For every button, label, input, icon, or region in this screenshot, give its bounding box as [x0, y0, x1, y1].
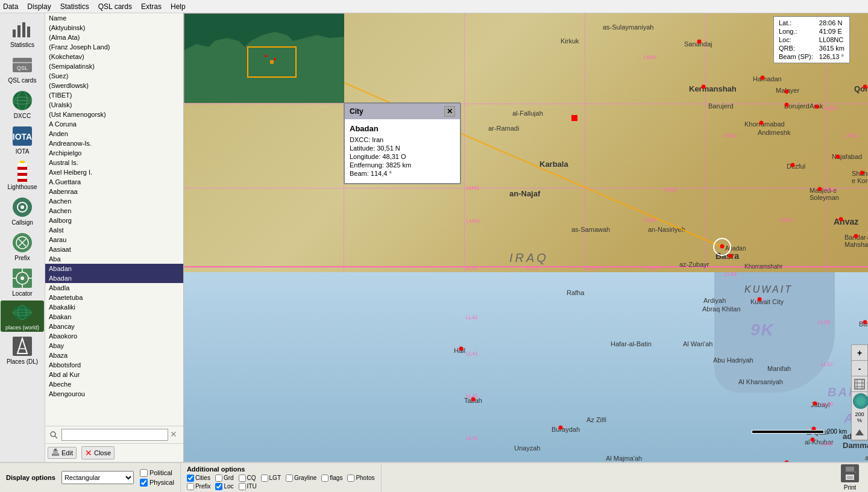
physical-checkbox-label[interactable]: Physical — [140, 479, 174, 487]
flags-checkbox-label[interactable]: flags — [321, 475, 342, 482]
list-item[interactable]: (Uralsk) — [45, 100, 183, 110]
list-item[interactable]: (TIBET) — [45, 90, 183, 100]
sidebar-item-statistics[interactable]: Statistics — [2, 16, 43, 51]
list-item[interactable]: Abeche — [45, 379, 183, 389]
list-item[interactable]: (Alma Ata) — [45, 33, 183, 42]
city-dot-almubarraz[interactable] — [785, 461, 789, 462]
city-dot-borujerd[interactable] — [785, 103, 789, 107]
city-dot-basra[interactable] — [729, 254, 733, 258]
city-dot-hamadan[interactable] — [761, 76, 765, 80]
list-item[interactable]: Archipielgo — [45, 148, 183, 158]
list-item[interactable]: Abay — [45, 341, 183, 350]
city-dot-najafabad[interactable] — [836, 155, 840, 159]
city-dot-buraydah[interactable] — [559, 426, 563, 430]
loc-checkbox-label[interactable]: Loc — [215, 483, 233, 490]
city-dot-arak[interactable] — [815, 105, 819, 109]
city-list[interactable]: Name(Aktyubinsk)(Alma Ata)(Franz Joseph … — [45, 13, 183, 426]
city-dot-kermanshah[interactable] — [702, 85, 706, 89]
cities-checkbox-label[interactable]: Cities — [187, 475, 210, 482]
list-item[interactable]: Abengourou — [45, 389, 183, 399]
flags-checkbox[interactable] — [321, 475, 329, 482]
list-item[interactable]: (Semipalatinsk) — [45, 61, 183, 71]
sidebar-item-callsign[interactable]: Callsign — [2, 194, 43, 228]
print-button[interactable]: Print — [832, 463, 868, 492]
list-item[interactable]: Abbotsford — [45, 360, 183, 370]
cities-checkbox[interactable] — [187, 475, 194, 482]
zoom-expand-button[interactable] — [852, 376, 867, 392]
prefix-checkbox[interactable] — [187, 483, 194, 490]
list-item[interactable]: A.Guettara — [45, 177, 183, 187]
list-item[interactable]: Abakan — [45, 312, 183, 322]
close-button[interactable]: ✕ Close — [81, 446, 115, 459]
city-dot-tabah[interactable] — [471, 397, 476, 402]
city-dot-kuwait[interactable] — [758, 297, 762, 302]
menu-statistics[interactable]: Statistics — [60, 2, 89, 11]
grd-checkbox-label[interactable]: Grd — [215, 475, 234, 482]
list-item[interactable]: Name — [45, 13, 183, 23]
city-dot-malayer[interactable] — [785, 90, 789, 94]
city-dot-shahrekord[interactable] — [860, 171, 864, 175]
list-item[interactable]: (Aktyubinsk) — [45, 23, 183, 33]
political-checkbox[interactable] — [140, 469, 148, 477]
list-item[interactable]: Austral Is. — [45, 158, 183, 167]
menu-display[interactable]: Display — [27, 2, 51, 11]
grayline-checkbox[interactable] — [286, 475, 293, 482]
city-dot-ahvaz[interactable] — [839, 217, 843, 222]
photos-checkbox[interactable] — [347, 475, 354, 482]
search-input[interactable] — [61, 429, 168, 441]
cq-checkbox-label[interactable]: CQ — [239, 475, 256, 482]
list-item[interactable]: Abadla — [45, 283, 183, 293]
list-item[interactable]: (Suez) — [45, 71, 183, 81]
sidebar-item-locator[interactable]: Locator — [2, 265, 43, 299]
zoom-in-button[interactable]: + — [852, 345, 867, 361]
list-item[interactable]: Abd al Kur — [45, 370, 183, 379]
list-item[interactable]: Abaetetuba — [45, 293, 183, 302]
projection-select[interactable]: Rectangular Mercator Peters Polar — [61, 471, 134, 484]
list-item[interactable]: Aachen — [45, 206, 183, 216]
edit-button[interactable]: Edit — [48, 447, 77, 459]
menu-help[interactable]: Help — [171, 2, 186, 11]
list-item[interactable]: Aasiaat — [45, 244, 183, 254]
menu-extras[interactable]: Extras — [141, 2, 162, 11]
physical-checkbox[interactable] — [140, 479, 148, 487]
list-item[interactable]: (Kokchetav) — [45, 52, 183, 61]
zoom-globe-button[interactable] — [853, 393, 868, 409]
list-item[interactable]: Abaza — [45, 350, 183, 360]
list-item[interactable]: Andreanow-Is. — [45, 139, 183, 148]
city-dot-sanandaj[interactable] — [697, 40, 702, 44]
list-item[interactable]: Abadan — [45, 273, 183, 283]
grayline-checkbox-label[interactable]: Grayline — [286, 475, 316, 482]
itu-checkbox-label[interactable]: ITU — [239, 483, 257, 490]
list-item[interactable]: Aarau — [45, 235, 183, 244]
city-dot-masjed[interactable] — [818, 187, 822, 192]
sidebar-item-lighthouse[interactable]: Lighthouse — [2, 158, 43, 193]
list-item[interactable]: A Coruna — [45, 119, 183, 129]
zoom-out-button[interactable]: - — [852, 361, 867, 376]
city-dot-bandar[interactable] — [854, 234, 858, 238]
list-item[interactable]: Abadan — [45, 264, 183, 273]
cq-checkbox[interactable] — [239, 475, 246, 482]
political-checkbox-label[interactable]: Political — [140, 469, 174, 477]
list-item[interactable]: (Ust Kamenogorsk) — [45, 110, 183, 119]
grd-checkbox[interactable] — [215, 475, 222, 482]
city-dot-alkhubar[interactable] — [811, 438, 815, 442]
city-dot-khorramabad[interactable] — [760, 121, 764, 125]
lgt-checkbox[interactable] — [261, 475, 268, 482]
lgt-checkbox-label[interactable]: LGT — [261, 475, 281, 482]
list-item[interactable]: Anden — [45, 129, 183, 139]
sidebar-item-places-world[interactable]: places (world) — [1, 300, 44, 332]
city-dot-dezful[interactable] — [791, 163, 795, 167]
list-item[interactable]: Abaokoro — [45, 331, 183, 341]
search-icon[interactable] — [48, 429, 60, 441]
sidebar-item-dxcc[interactable]: DXCC — [2, 87, 43, 122]
list-item[interactable]: Aabenraa — [45, 187, 183, 196]
sidebar-item-places-dl[interactable]: Places (DL) — [2, 333, 43, 367]
photos-checkbox-label[interactable]: Photos — [347, 475, 374, 482]
list-item[interactable]: Axel Heiberg I. — [45, 167, 183, 177]
city-dot-hail[interactable] — [459, 347, 464, 351]
city-dot-bushehr[interactable] — [863, 320, 867, 325]
sidebar-item-qsl-cards[interactable]: QSL QSL cards — [2, 52, 43, 86]
list-item[interactable]: (Franz Joseph Land) — [45, 42, 183, 52]
list-item[interactable]: (Swerdlowsk) — [45, 81, 183, 90]
clear-search-button[interactable]: ✕ — [170, 429, 181, 440]
